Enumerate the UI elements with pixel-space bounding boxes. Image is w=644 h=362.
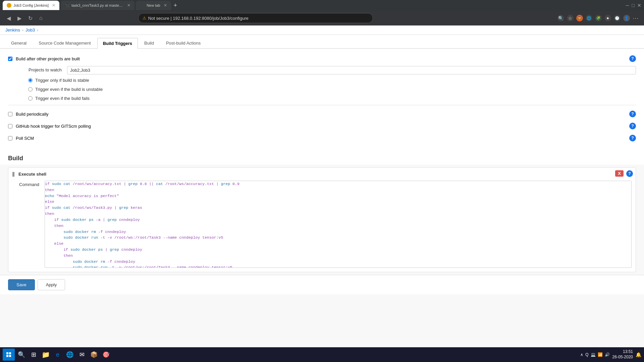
maximize-button[interactable]: □: [632, 3, 635, 8]
github-favicon: ⬛: [65, 3, 69, 8]
build-triggers-section: Build after other projects are built ? P…: [0, 49, 644, 149]
browser-menu-button[interactable]: ⋯: [633, 14, 639, 22]
wifi-icon: 📶: [598, 352, 603, 357]
task-view-icon[interactable]: ⊞: [28, 349, 39, 360]
projects-to-watch-input[interactable]: [67, 66, 636, 74]
mail-icon[interactable]: ✉: [76, 349, 87, 360]
save-button[interactable]: Save: [8, 279, 35, 290]
tray-icon-2: Q: [585, 352, 588, 357]
command-label: Command: [12, 181, 39, 268]
poll-scm-label: Poll SCM: [16, 136, 34, 141]
browser-actions: 🔍 ☆ 🦁 🌐 🧩 ★ 🕐 👤 ⋯: [557, 14, 639, 22]
taskbar-right: ∧ Q 💻 📶 🔊 13:51 26-05-2020 🔔: [580, 349, 641, 360]
tab-jenkins-config[interactable]: Job3 Config [Jenkins] ✕: [3, 1, 59, 10]
back-button[interactable]: ◀: [5, 14, 12, 23]
build-after-label: Build after other projects are built: [16, 56, 80, 61]
extension-icon[interactable]: 🧩: [595, 15, 602, 21]
projects-to-watch-label: Projects to watch: [8, 66, 62, 72]
tab-close-jenkins[interactable]: ✕: [52, 3, 55, 8]
tab-close-github[interactable]: ✕: [127, 3, 130, 8]
build-after-checkbox[interactable]: [8, 57, 12, 61]
poll-scm-help[interactable]: ?: [629, 135, 636, 141]
tab-general[interactable]: General: [5, 38, 32, 48]
radio-unstable: Trigger even if the build is unstable: [28, 87, 636, 92]
svg-rect-2: [6, 355, 8, 357]
svg-rect-1: [9, 352, 11, 354]
forward-button[interactable]: ▶: [16, 14, 23, 23]
history-icon[interactable]: 🕐: [614, 15, 621, 21]
execute-shell-box: X ? Execute shell Command if sudo cat /r…: [8, 167, 636, 272]
projects-to-watch-value: [67, 66, 636, 74]
address-bar: ◀ ▶ ↻ ⌂ ⚠ Not secure | 192.168.0.192:808…: [0, 11, 644, 25]
tab-build[interactable]: Build: [139, 38, 160, 48]
build-section: Build X ? Execute shell Command if sudo …: [0, 149, 644, 272]
app-icon[interactable]: 🎯: [101, 349, 111, 360]
apply-button[interactable]: Apply: [38, 279, 65, 290]
svg-rect-3: [9, 355, 11, 357]
browser-title-bar: Job3 Config [Jenkins] ✕ ⬛ task3_cnn/Task…: [0, 0, 644, 11]
url-bar[interactable]: ⚠ Not secure | 192.168.0.192:8080/job/Jo…: [138, 13, 373, 23]
build-after-help[interactable]: ?: [629, 55, 636, 62]
build-periodically-help[interactable]: ?: [629, 111, 636, 117]
security-icon: ⚠: [143, 16, 146, 20]
poll-scm-checkbox[interactable]: [8, 136, 12, 140]
tray-icon-3: 💻: [591, 352, 596, 357]
tab-build-triggers[interactable]: Build Triggers: [97, 38, 138, 49]
execute-shell-help[interactable]: ?: [626, 170, 633, 177]
build-periodically-label: Build periodically: [16, 112, 49, 117]
bookmarks-icon[interactable]: ★: [604, 15, 611, 21]
file-explorer-icon[interactable]: 📁: [40, 349, 51, 360]
page-content: Jenkins › Job3 › General Source Code Man…: [0, 25, 644, 347]
edge-icon[interactable]: e: [52, 349, 63, 360]
command-editor[interactable]: if sudo cat /root/ws/accuracy.txt | grep…: [45, 181, 632, 268]
remove-step-button[interactable]: X: [615, 170, 624, 177]
box-icon[interactable]: 📦: [89, 349, 99, 360]
tab-close-newtab[interactable]: ✕: [164, 3, 167, 8]
projects-to-watch-row: Projects to watch: [8, 66, 636, 74]
newtab-favicon: [140, 3, 145, 8]
build-periodically-left: Build periodically: [8, 112, 49, 117]
translate-icon[interactable]: 🌐: [586, 15, 592, 21]
build-periodically-checkbox[interactable]: [8, 112, 12, 116]
github-hook-left: GitHub hook trigger for GITScm polling: [8, 124, 91, 129]
drag-handle-icon: [12, 172, 14, 177]
job3-link[interactable]: Job3: [25, 27, 35, 33]
radio-fails-input[interactable]: [28, 96, 33, 101]
radio-stable-input[interactable]: [28, 78, 33, 82]
search-icon[interactable]: 🔍: [557, 15, 564, 21]
taskbar: 🔍 ⊞ 📁 e 🌐 ✉ 📦 🎯 ∧ Q 💻 📶 🔊 13:51 26-05-20…: [0, 347, 644, 362]
start-button[interactable]: [3, 349, 15, 361]
execute-shell-title: Execute shell: [12, 172, 632, 177]
command-row: Command if sudo cat /root/ws/accuracy.tx…: [12, 181, 632, 268]
tab-github[interactable]: ⬛ task3_cnn/Task3.py at master · r... ✕: [61, 1, 135, 10]
github-hook-row: GitHub hook trigger for GITScm polling ?: [8, 121, 636, 131]
tab-scm[interactable]: Source Code Management: [33, 38, 96, 48]
reload-button[interactable]: ↻: [27, 14, 34, 23]
tab-newtab[interactable]: New tab ✕: [136, 1, 171, 10]
tab-post-build[interactable]: Post-build Actions: [160, 38, 206, 48]
additional-triggers: Build periodically ? GitHub hook trigger…: [8, 108, 636, 144]
brave-shield-icon[interactable]: 🦁: [576, 15, 583, 21]
search-taskbar-icon[interactable]: 🔍: [16, 349, 27, 360]
chrome-icon[interactable]: 🌐: [64, 349, 75, 360]
execute-shell-label: Execute shell: [18, 172, 46, 177]
jenkins-home-link[interactable]: Jenkins: [5, 27, 20, 33]
poll-scm-row: Poll SCM ?: [8, 133, 636, 143]
close-window-button[interactable]: ✕: [637, 3, 641, 8]
clock: 13:51 26-05-2020: [612, 349, 633, 360]
github-hook-checkbox[interactable]: [8, 124, 12, 128]
main-area: General Source Code Management Build Tri…: [0, 35, 644, 347]
radio-stable: Trigger only if build is stable: [28, 78, 636, 83]
notification-icon[interactable]: 🔔: [636, 352, 641, 357]
bookmark-star-icon[interactable]: ☆: [567, 15, 574, 21]
github-hook-help[interactable]: ?: [629, 123, 636, 129]
tab-title-newtab: New tab: [147, 3, 160, 7]
tab-title-jenkins: Job3 Config [Jenkins]: [13, 3, 49, 7]
new-tab-button[interactable]: +: [174, 2, 177, 9]
radio-unstable-label: Trigger even if the build is unstable: [35, 87, 103, 92]
minimize-button[interactable]: ─: [626, 3, 629, 8]
profile-avatar[interactable]: 👤: [623, 15, 630, 21]
home-button[interactable]: ⌂: [38, 14, 44, 22]
radio-unstable-input[interactable]: [28, 87, 33, 92]
build-periodically-row: Build periodically ?: [8, 109, 636, 119]
